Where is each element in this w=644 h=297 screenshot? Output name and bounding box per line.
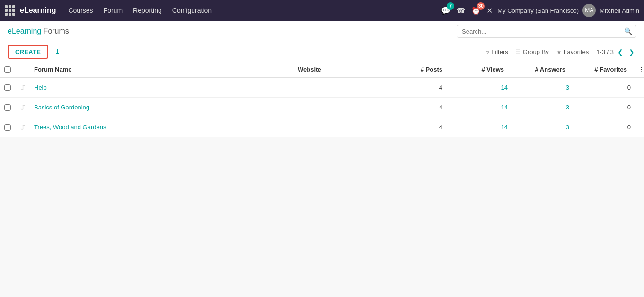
filters-button[interactable]: ▿ Filters bbox=[486, 48, 508, 55]
groupby-icon: ☰ bbox=[516, 49, 521, 55]
toolbar-right: ▿ Filters ☰ Group By ★ Favorites 1-3 / 3… bbox=[486, 47, 636, 57]
row1-name[interactable]: Basics of Gardening bbox=[30, 99, 294, 116]
settings-icon[interactable]: ✕ bbox=[485, 5, 494, 16]
company-name: My Company (San Francisco) bbox=[497, 7, 579, 14]
nav-forum[interactable]: Forum bbox=[99, 5, 127, 16]
page-title-brand: eLearning bbox=[8, 27, 41, 35]
row0-answers: 3 bbox=[512, 79, 573, 96]
row1-posts: 4 bbox=[388, 99, 450, 116]
row1-answers: 3 bbox=[512, 99, 573, 116]
user-name: Mitchell Admin bbox=[600, 7, 639, 14]
pagination-text: 1-3 / 3 bbox=[596, 48, 614, 55]
header-checkbox-cell[interactable] bbox=[0, 66, 15, 73]
col-favorites: # Favorites bbox=[573, 66, 635, 73]
favorites-label: Favorites bbox=[564, 48, 589, 55]
row2-posts: 4 bbox=[388, 119, 450, 135]
groupby-label: Group By bbox=[523, 48, 549, 55]
row0-favorites: 0 bbox=[573, 79, 635, 96]
pagination-prev[interactable]: ❮ bbox=[616, 47, 625, 57]
filters-label: Filters bbox=[491, 48, 508, 55]
nav-courses[interactable]: Courses bbox=[63, 5, 97, 16]
row1-website bbox=[294, 103, 388, 112]
row0-website bbox=[294, 83, 388, 92]
avatar[interactable]: MA bbox=[582, 4, 596, 17]
row2-checkbox-cell[interactable] bbox=[0, 119, 15, 135]
messages-icon[interactable]: 💬 7 bbox=[440, 5, 451, 16]
row0-name[interactable]: Help bbox=[30, 79, 294, 96]
apps-menu-icon[interactable] bbox=[5, 5, 15, 16]
col-posts: # Posts bbox=[388, 66, 450, 73]
topnav-menu: Courses Forum Reporting Configuration bbox=[63, 5, 438, 16]
row1-extra bbox=[635, 103, 644, 112]
topnav-right: 💬 7 ☎ ⏰ 30 ✕ My Company (San Francisco) … bbox=[440, 4, 639, 17]
toolbar: CREATE ⭳ ▿ Filters ☰ Group By ★ Favorite… bbox=[0, 42, 644, 62]
col-answers: # Answers bbox=[512, 66, 573, 73]
row0-posts: 4 bbox=[388, 79, 450, 96]
nav-reporting[interactable]: Reporting bbox=[128, 5, 167, 16]
row0-views: 14 bbox=[450, 79, 512, 96]
favorites-button[interactable]: ★ Favorites bbox=[556, 48, 589, 55]
create-button[interactable]: CREATE bbox=[8, 45, 48, 59]
col-forum-name: Forum Name bbox=[30, 66, 294, 73]
search-bar: 🔍 bbox=[457, 25, 636, 38]
row1-drag[interactable]: ⇵ bbox=[15, 99, 30, 116]
groupby-button[interactable]: ☰ Group By bbox=[516, 48, 549, 55]
row0-drag[interactable]: ⇵ bbox=[15, 79, 30, 96]
row2-website bbox=[294, 123, 388, 132]
row2-checkbox[interactable] bbox=[4, 124, 11, 131]
row2-drag[interactable]: ⇵ bbox=[15, 119, 30, 135]
list-view: Forum Name Website # Posts # Views # Ans… bbox=[0, 62, 644, 137]
col-website: Website bbox=[294, 66, 388, 73]
clock-icon[interactable]: ⏰ 30 bbox=[470, 5, 482, 16]
page-title: eLearning Forums bbox=[8, 27, 69, 36]
row1-favorites: 0 bbox=[573, 99, 635, 116]
table-row: ⇵ Help 4 14 3 0 bbox=[0, 78, 644, 98]
row1-checkbox[interactable] bbox=[4, 104, 11, 111]
search-input[interactable] bbox=[457, 26, 620, 37]
row2-views: 14 bbox=[450, 119, 512, 135]
table-header: Forum Name Website # Posts # Views # Ans… bbox=[0, 62, 644, 78]
select-all-checkbox[interactable] bbox=[4, 66, 11, 73]
search-icon[interactable]: 🔍 bbox=[620, 25, 636, 37]
table-row: ⇵ Trees, Wood and Gardens 4 14 3 0 bbox=[0, 117, 644, 137]
page-title-rest: Forums bbox=[41, 27, 69, 35]
row2-favorites: 0 bbox=[573, 119, 635, 135]
filter-icon: ▿ bbox=[486, 49, 489, 55]
messages-badge: 7 bbox=[447, 2, 454, 10]
subheader: eLearning Forums 🔍 bbox=[0, 21, 644, 42]
star-icon: ★ bbox=[556, 49, 562, 55]
download-icon[interactable]: ⭳ bbox=[52, 47, 63, 57]
topnav: eLearning Courses Forum Reporting Config… bbox=[0, 0, 644, 21]
app-brand[interactable]: eLearning bbox=[20, 6, 56, 15]
row2-extra bbox=[635, 123, 644, 132]
row1-checkbox-cell[interactable] bbox=[0, 99, 15, 116]
row1-views: 14 bbox=[450, 99, 512, 116]
clock-badge: 30 bbox=[477, 2, 485, 10]
row0-checkbox-cell[interactable] bbox=[0, 80, 15, 96]
row2-answers: 3 bbox=[512, 119, 573, 135]
row2-name[interactable]: Trees, Wood and Gardens bbox=[30, 119, 294, 135]
table-row: ⇵ Basics of Gardening 4 14 3 0 bbox=[0, 98, 644, 117]
row0-checkbox[interactable] bbox=[4, 84, 11, 91]
phone-icon[interactable]: ☎ bbox=[455, 5, 467, 16]
col-views: # Views bbox=[450, 66, 512, 73]
nav-configuration[interactable]: Configuration bbox=[168, 5, 216, 16]
col-extra: ⋮ bbox=[635, 66, 644, 73]
pagination: 1-3 / 3 ❮ ❯ bbox=[596, 47, 636, 57]
row0-extra bbox=[635, 83, 644, 92]
pagination-next[interactable]: ❯ bbox=[627, 47, 636, 57]
